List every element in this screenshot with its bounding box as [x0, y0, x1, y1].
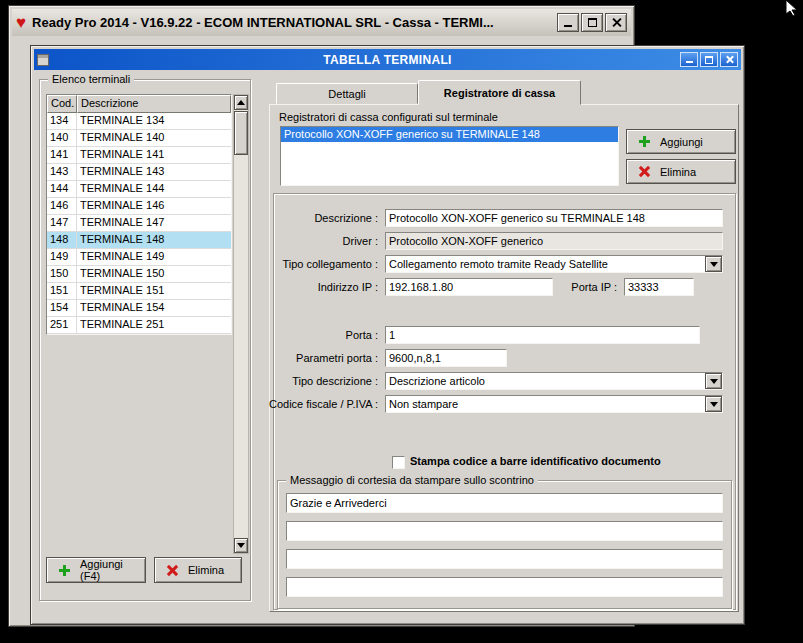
- maximize-button[interactable]: [581, 13, 603, 32]
- close-icon: [612, 18, 621, 27]
- tipo-collegamento-select[interactable]: Collegamento remoto tramite Ready Satell…: [385, 255, 723, 273]
- terminals-group-label: Elenco terminali: [48, 73, 134, 85]
- message-line-input[interactable]: [286, 521, 723, 541]
- terminal-row[interactable]: 143TERMINALE 143: [47, 164, 231, 181]
- scrollbar-thumb[interactable]: [234, 111, 248, 155]
- column-header-cod[interactable]: Cod.: [47, 95, 77, 113]
- indirizzo-ip-label: Indirizzo IP :: [318, 278, 378, 296]
- terminal-descrizione-cell: TERMINALE 146: [77, 198, 231, 215]
- terminal-cod-cell: 251: [47, 317, 77, 334]
- terminal-row[interactable]: 146TERMINALE 146: [47, 198, 231, 215]
- terminal-row[interactable]: 150TERMINALE 150: [47, 266, 231, 283]
- driver-label: Driver :: [343, 232, 378, 250]
- register-listbox[interactable]: Protocollo XON-XOFF generico su TERMINAL…: [280, 126, 619, 186]
- message-line-input[interactable]: [286, 493, 723, 513]
- porta-ip-input[interactable]: [624, 278, 694, 296]
- register-list-item[interactable]: Protocollo XON-XOFF generico su TERMINAL…: [281, 127, 618, 142]
- terminal-descrizione-cell: TERMINALE 143: [77, 164, 231, 181]
- register-tab-panel: Registratori di cassa configurati sul te…: [269, 104, 739, 612]
- terminal-add-button[interactable]: Aggiungi (F4): [46, 557, 146, 583]
- terminal-row[interactable]: 148TERMINALE 148: [47, 232, 231, 249]
- register-add-label: Aggiungi: [660, 136, 703, 148]
- dialog-maximize-button[interactable]: [700, 52, 718, 67]
- barcode-checkbox[interactable]: [392, 456, 405, 469]
- courtesy-message-groupbox: Messaggio di cortesia da stampare sullo …: [277, 480, 732, 609]
- heart-icon: ♥: [16, 14, 26, 31]
- terminal-row[interactable]: 147TERMINALE 147: [47, 215, 231, 232]
- terminal-row[interactable]: 144TERMINALE 144: [47, 181, 231, 198]
- terminal-cod-cell: 143: [47, 164, 77, 181]
- scrollbar-down-button[interactable]: [234, 538, 248, 553]
- indirizzo-ip-input[interactable]: [385, 278, 553, 296]
- x-mark-icon: [639, 166, 650, 177]
- register-add-button[interactable]: Aggiungi: [626, 129, 736, 154]
- dropdown-button[interactable]: [705, 396, 722, 412]
- minimize-icon: [564, 25, 572, 27]
- scrollbar-up-button[interactable]: [234, 95, 248, 110]
- tipo-descrizione-select[interactable]: Descrizione articolo: [385, 372, 723, 390]
- porta-ip-label: Porta IP :: [571, 278, 617, 296]
- message-line-input[interactable]: [286, 549, 723, 569]
- terminal-grid-body: 134TERMINALE 134140TERMINALE 140141TERMI…: [47, 113, 231, 334]
- main-window-titlebar[interactable]: ♥ Ready Pro 2014 - V16.9.22 - ECOM INTER…: [12, 9, 631, 36]
- dialog-close-button[interactable]: [720, 52, 738, 67]
- dropdown-button[interactable]: [705, 256, 722, 272]
- codice-fiscale-label: Codice fiscale / P.IVA :: [269, 395, 378, 413]
- terminal-delete-button[interactable]: Elimina: [154, 557, 242, 583]
- terminal-row[interactable]: 141TERMINALE 141: [47, 147, 231, 164]
- down-arrow-icon: [237, 543, 245, 552]
- terminal-row[interactable]: 151TERMINALE 151: [47, 283, 231, 300]
- x-mark-icon: [167, 565, 178, 576]
- terminal-row[interactable]: 251TERMINALE 251: [47, 317, 231, 334]
- terminal-descrizione-cell: TERMINALE 140: [77, 130, 231, 147]
- terminal-cod-cell: 134: [47, 113, 77, 130]
- terminal-row[interactable]: 149TERMINALE 149: [47, 249, 231, 266]
- descrizione-input[interactable]: [385, 209, 723, 227]
- dialog-title: TABELLA TERMINALI: [34, 53, 741, 67]
- codice-fiscale-select[interactable]: Non stampare: [385, 395, 723, 413]
- main-window-title: Ready Pro 2014 - V16.9.22 - ECOM INTERNA…: [32, 15, 494, 30]
- minimize-button[interactable]: [557, 13, 579, 32]
- parametri-porta-input[interactable]: [385, 349, 507, 367]
- terminal-descrizione-cell: TERMINALE 149: [77, 249, 231, 266]
- register-delete-label: Elimina: [660, 166, 696, 178]
- tipo-collegamento-value: Collegamento remoto tramite Ready Satell…: [389, 258, 608, 270]
- column-header-descrizione[interactable]: Descrizione: [77, 95, 231, 113]
- maximize-icon: [588, 18, 597, 27]
- tipo-descrizione-value: Descrizione articolo: [389, 375, 485, 387]
- register-delete-button[interactable]: Elimina: [626, 159, 736, 184]
- dropdown-button[interactable]: [705, 373, 722, 389]
- close-button[interactable]: [605, 13, 627, 32]
- terminal-descrizione-cell: TERMINALE 154: [77, 300, 231, 317]
- minimize-icon: [686, 61, 693, 63]
- porta-input[interactable]: [385, 326, 700, 344]
- message-lines: [286, 493, 723, 597]
- message-line-input[interactable]: [286, 577, 723, 597]
- terminal-row[interactable]: 154TERMINALE 154: [47, 300, 231, 317]
- terminal-cod-cell: 149: [47, 249, 77, 266]
- terminal-add-label: Aggiungi (F4): [80, 558, 145, 582]
- dialog-minimize-button[interactable]: [680, 52, 698, 67]
- tab-registratore-di-cassa[interactable]: Registratore di cassa: [418, 80, 581, 105]
- close-icon: [726, 56, 733, 63]
- terminal-cod-cell: 154: [47, 300, 77, 317]
- terminal-row[interactable]: 140TERMINALE 140: [47, 130, 231, 147]
- chevron-down-icon: [710, 402, 718, 411]
- terminal-row[interactable]: 134TERMINALE 134: [47, 113, 231, 130]
- up-arrow-icon: [237, 96, 245, 105]
- dialog-titlebar[interactable]: TABELLA TERMINALI: [34, 49, 741, 70]
- dialog-icon: [37, 54, 49, 66]
- terminal-descrizione-cell: TERMINALE 134: [77, 113, 231, 130]
- courtesy-message-group-label: Messaggio di cortesia da stampare sullo …: [286, 474, 538, 486]
- terminal-cod-cell: 147: [47, 215, 77, 232]
- desktop: ♥ Ready Pro 2014 - V16.9.22 - ECOM INTER…: [0, 0, 803, 643]
- terminal-list-scrollbar[interactable]: [233, 94, 249, 554]
- terminal-descrizione-cell: TERMINALE 141: [77, 147, 231, 164]
- terminal-grid-header: Cod. Descrizione: [47, 95, 231, 113]
- tab-dettagli[interactable]: Dettagli: [276, 83, 418, 104]
- terminal-cod-cell: 150: [47, 266, 77, 283]
- parametri-porta-label: Parametri porta :: [296, 349, 378, 367]
- chevron-down-icon: [710, 379, 718, 388]
- driver-input: [385, 232, 723, 250]
- chevron-down-icon: [710, 262, 718, 271]
